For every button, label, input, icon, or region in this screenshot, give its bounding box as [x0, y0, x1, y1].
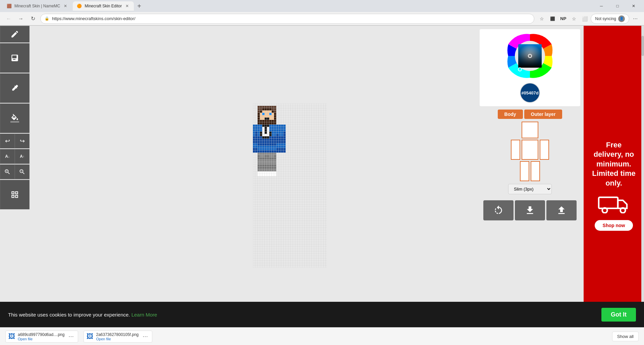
- left-toolbar: ↩ ↪ A↓ A↑: [0, 26, 103, 345]
- action-buttons: [480, 200, 580, 220]
- download-bar: 🖼 a689cd997790d6ad....png Open file ⋯ 🖼 …: [0, 327, 644, 345]
- download-file-icon-1: 🖼: [8, 333, 15, 340]
- brush-tool-button[interactable]: [0, 26, 30, 43]
- minimize-button[interactable]: ─: [594, 0, 609, 12]
- color-hex-label: #05407d: [521, 90, 538, 95]
- tab-nameMC[interactable]: 🟫 Minecraft Skin | NameMC ✕: [3, 1, 72, 11]
- cookie-learn-more-link[interactable]: Learn More: [131, 312, 157, 318]
- not-syncing-label: Not syncing: [595, 16, 616, 21]
- tab-skinEditor[interactable]: 🟠 Minecraft Skin Editor ✕: [73, 1, 134, 11]
- ad-title: Free delivery, no minimum. Limited time …: [590, 140, 637, 188]
- download-file-icon-2: 🖼: [87, 333, 93, 340]
- cookie-message: This website uses cookies to improve you…: [8, 312, 596, 318]
- show-all-button[interactable]: Show all: [612, 332, 639, 341]
- download-filename-1: a689cd997790d6ad....png: [18, 332, 64, 337]
- body-diagram: [511, 122, 549, 181]
- dropper-icon: [10, 84, 19, 92]
- fill-tool-button[interactable]: [0, 104, 30, 133]
- tab-favicon-nameMC: 🟫: [7, 4, 12, 8]
- download-open-link-1[interactable]: Open file: [18, 337, 64, 341]
- np-badge: NP: [558, 14, 568, 23]
- zoom-in-icon: [4, 168, 11, 175]
- download-info-1: a689cd997790d6ad....png Open file: [18, 332, 64, 341]
- svg-rect-7: [599, 197, 618, 208]
- download-open-link-2[interactable]: Open file: [96, 337, 139, 341]
- tab-label-nameMC: Minecraft Skin | NameMC: [14, 4, 60, 8]
- collections-button[interactable]: ⬛: [548, 14, 557, 23]
- lock-icon: 🔒: [45, 16, 49, 21]
- svg-point-8: [602, 208, 607, 213]
- head-part[interactable]: [522, 122, 538, 138]
- download-icon: [525, 205, 535, 216]
- outer-layer-tab-label: Outer layer: [531, 112, 556, 117]
- zoom-out-button[interactable]: [15, 164, 30, 179]
- body-tab-label: Body: [504, 112, 516, 117]
- lighten-button[interactable]: A↑: [15, 149, 30, 164]
- zoom-in-button[interactable]: [0, 164, 15, 179]
- ad-shop-button[interactable]: Shop now: [595, 220, 633, 231]
- torso-row: [511, 140, 549, 160]
- download-menu-button-1[interactable]: ⋯: [67, 333, 75, 340]
- right-scrollbar[interactable]: [641, 26, 644, 345]
- more-button[interactable]: ⋯: [631, 14, 640, 23]
- color-wheel[interactable]: [500, 32, 560, 79]
- stamp-tool-button[interactable]: [0, 43, 30, 73]
- download-menu-button-2[interactable]: ⋯: [141, 333, 149, 340]
- svg-point-9: [621, 208, 626, 213]
- back-button[interactable]: ←: [4, 14, 13, 23]
- slim-dropdown[interactable]: Slim (3px) Classic (4px): [508, 184, 552, 194]
- legs-row: [520, 161, 540, 181]
- outer-layer-tab[interactable]: Outer layer: [524, 110, 562, 119]
- maximize-button[interactable]: □: [610, 0, 625, 12]
- rotate-button[interactable]: [483, 200, 514, 220]
- star-button[interactable]: ☆: [537, 14, 546, 23]
- right-scrollbar-thumb[interactable]: [641, 36, 644, 56]
- tab-close-skinEditor[interactable]: ✕: [124, 3, 130, 9]
- download-filename-2: 2a6373627800105f.png: [96, 332, 139, 337]
- nav-actions: ☆ ⬛ NP ☆ ⬜ Not syncing 👤 ⋯: [537, 14, 640, 24]
- ad-banner: Free delivery, no minimum. Limited time …: [584, 26, 644, 345]
- favorites-button[interactable]: ☆: [569, 14, 579, 23]
- refresh-button[interactable]: ↻: [28, 14, 38, 23]
- right-arm-part[interactable]: [540, 140, 549, 160]
- grid-tool-button[interactable]: [0, 180, 30, 209]
- new-tab-button[interactable]: +: [135, 1, 144, 11]
- tab-label-skinEditor: Minecraft Skin Editor: [85, 4, 122, 8]
- address-bar[interactable]: 🔒 https://www.minecraftskins.com/skin-ed…: [40, 14, 534, 24]
- upload-icon: [556, 205, 567, 216]
- not-syncing-button[interactable]: Not syncing 👤: [591, 14, 629, 24]
- cookie-notice: This website uses cookies to improve you…: [0, 302, 644, 327]
- browser-chrome: 🟫 Minecraft Skin | NameMC ✕ 🟠 Minecraft …: [0, 0, 644, 26]
- right-leg-part[interactable]: [531, 161, 540, 181]
- color-picker-container: #05407d: [480, 29, 580, 106]
- fill-icon: [10, 114, 19, 123]
- nav-bar: ← → ↻ 🔒 https://www.minecraftskins.com/s…: [0, 12, 644, 25]
- stamp-icon: [10, 54, 19, 62]
- browser-extras-button[interactable]: ⬜: [580, 14, 589, 23]
- profile-avatar: 👤: [618, 15, 625, 22]
- close-button[interactable]: ✕: [626, 0, 641, 12]
- right-panel: #05407d Body Outer layer: [476, 26, 584, 345]
- skin-preview[interactable]: [253, 104, 327, 268]
- color-value-display[interactable]: #05407d: [520, 83, 540, 103]
- download-item-2: 🖼 2a6373627800105f.png Open file ⋯: [84, 331, 152, 343]
- left-leg-part[interactable]: [520, 161, 529, 181]
- redo-button[interactable]: ↪: [15, 134, 30, 148]
- pencil-icon: [10, 30, 19, 39]
- svg-rect-4: [518, 44, 542, 68]
- forward-button[interactable]: →: [16, 14, 25, 23]
- torso-part[interactable]: [522, 140, 538, 160]
- upload-button[interactable]: [546, 200, 577, 220]
- canvas-area: [103, 26, 476, 345]
- undo-button[interactable]: ↩: [0, 134, 15, 148]
- body-tab[interactable]: Body: [498, 110, 523, 119]
- dropper-tool-button[interactable]: [0, 73, 30, 103]
- url-text: https://www.minecraftskins.com/skin-edit…: [52, 16, 136, 21]
- ad-truck-icon: [597, 193, 631, 215]
- darken-button[interactable]: A↓: [0, 149, 15, 164]
- left-arm-part[interactable]: [511, 140, 520, 160]
- cookie-got-button[interactable]: Got It: [601, 308, 636, 322]
- tab-close-nameMC[interactable]: ✕: [63, 3, 68, 9]
- download-button[interactable]: [515, 200, 545, 220]
- rotate-icon: [493, 205, 504, 216]
